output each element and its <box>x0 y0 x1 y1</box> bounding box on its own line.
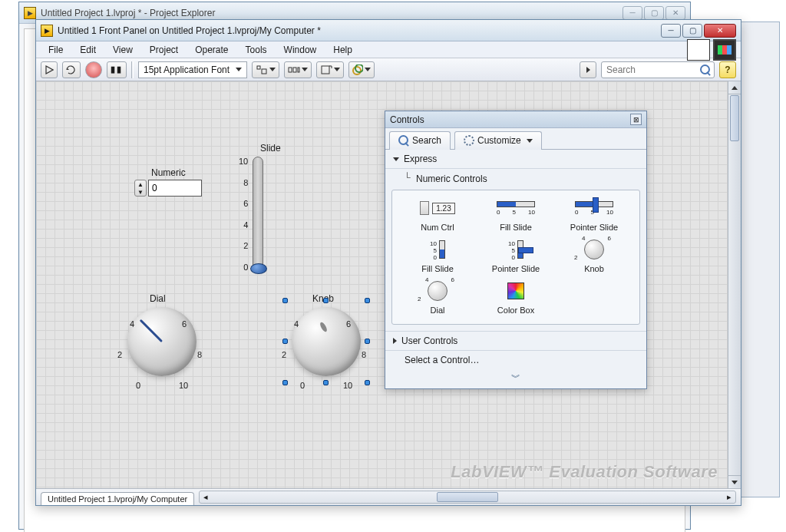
palette-item-dial[interactable]: 246 Dial <box>400 279 475 315</box>
labview-icon: ▶ <box>24 7 36 19</box>
palette-category-express[interactable]: Express <box>385 150 646 169</box>
front-panel-window: ▶ Untitled 1 Front Panel on Untitled Pro… <box>35 19 741 506</box>
search-input[interactable] <box>605 64 697 76</box>
menu-window[interactable]: Window <box>276 43 325 57</box>
project-explorer-title: Untitled Project 1.lvproj * - Project Ex… <box>41 8 623 18</box>
minimize-button[interactable]: ─ <box>661 24 681 38</box>
hscroll-thumb[interactable] <box>437 492 498 502</box>
palette-title: Controls <box>390 114 424 125</box>
svg-rect-0 <box>257 66 260 69</box>
horizontal-scrollbar[interactable]: ◂ ▸ <box>199 491 736 504</box>
expand-icon <box>393 338 397 344</box>
menu-view[interactable]: View <box>105 43 140 57</box>
palette-row-user-controls[interactable]: User Controls <box>385 331 646 350</box>
vi-icon[interactable] <box>713 39 736 61</box>
dial-control[interactable]: Dial 0 2 4 6 8 10 <box>108 293 216 376</box>
expand-icon <box>393 157 399 161</box>
vertical-scrollbar[interactable] <box>728 81 741 488</box>
dropdown-icon <box>527 139 533 143</box>
run-button[interactable] <box>41 61 58 78</box>
search-icon <box>700 64 711 75</box>
slide-track[interactable] <box>253 157 263 272</box>
numeric-label: Numeric <box>151 167 186 178</box>
slide-handle[interactable] <box>250 263 267 274</box>
resize-objects-button[interactable] <box>316 61 344 78</box>
pause-button[interactable]: ▮▮ <box>107 61 127 78</box>
palette-item-pointer-slide-v[interactable]: 1050 Pointer Slide <box>478 238 553 273</box>
palette-item-color-box[interactable]: Color Box <box>478 279 553 315</box>
palette-customize-tab[interactable]: Customize <box>454 131 542 150</box>
scroll-down-button[interactable] <box>728 475 741 488</box>
scroll-up-button[interactable] <box>728 81 741 94</box>
palette-row-select-control[interactable]: Select a Control… <box>385 350 646 369</box>
distribute-objects-button[interactable] <box>284 61 312 78</box>
menu-operate[interactable]: Operate <box>187 43 236 57</box>
menu-project[interactable]: Project <box>142 43 186 57</box>
svg-rect-2 <box>289 68 292 72</box>
close-button[interactable]: ✕ <box>665 6 685 20</box>
front-panel-canvas[interactable]: Numeric ▲▼ Slide 10 8 6 4 2 0 Dial <box>36 81 741 488</box>
palette-header[interactable]: Controls ⊠ <box>385 111 646 128</box>
font-selector-label: 15pt Application Font <box>144 64 230 75</box>
labview-icon: ▶ <box>41 25 53 37</box>
numeric-input[interactable] <box>148 180 202 197</box>
pin-icon[interactable]: ⊠ <box>630 114 642 125</box>
abort-button[interactable] <box>85 61 102 78</box>
slide-label: Slide <box>260 143 281 154</box>
status-bar: Untitled Project 1.lvproj/My Computer ◂ … <box>36 488 741 505</box>
palette-item-pointer-slide-h[interactable]: 0510 Pointer Slide <box>556 197 632 232</box>
toolbar: ▮▮ 15pt Application Font ? <box>36 58 741 81</box>
scroll-left-button[interactable]: ◂ <box>200 492 212 502</box>
font-selector[interactable]: 15pt Application Font <box>138 61 247 78</box>
search-box[interactable] <box>601 61 715 78</box>
reorder-button[interactable] <box>348 61 375 78</box>
scroll-right-button[interactable]: ▸ <box>723 492 735 502</box>
menu-help[interactable]: Help <box>325 43 360 57</box>
run-continuously-button[interactable] <box>62 61 81 78</box>
svg-rect-5 <box>322 66 329 74</box>
palette-item-fill-slide-h[interactable]: 0510 Fill Slide <box>478 197 553 232</box>
svg-rect-4 <box>298 68 299 72</box>
scroll-thumb[interactable] <box>730 95 739 141</box>
numeric-spinner[interactable]: ▲▼ <box>134 180 147 197</box>
numeric-control[interactable]: ▲▼ <box>134 180 202 197</box>
maximize-button[interactable]: ▢ <box>682 24 702 38</box>
menu-file[interactable]: File <box>41 43 71 57</box>
dropdown-icon <box>236 68 242 71</box>
palette-item-knob[interactable]: 246 Knob <box>556 238 632 273</box>
palette-item-fill-slide-v[interactable]: 1050 Fill Slide <box>400 238 475 273</box>
slide-control[interactable]: 10 8 6 4 2 0 <box>239 157 263 272</box>
dial-label: Dial <box>150 293 257 304</box>
controls-palette[interactable]: Controls ⊠ Search Customize Express Nume… <box>385 111 647 389</box>
palette-more-icon[interactable]: ︾ <box>385 369 646 388</box>
svg-rect-3 <box>293 68 296 72</box>
search-icon <box>398 135 409 146</box>
palette-search-tab[interactable]: Search <box>389 131 451 150</box>
search-scope-button[interactable] <box>580 61 596 78</box>
svg-rect-1 <box>262 69 266 74</box>
menu-tools[interactable]: Tools <box>238 43 275 57</box>
front-panel-titlebar[interactable]: ▶ Untitled 1 Front Panel on Untitled Pro… <box>36 20 741 41</box>
status-tab[interactable]: Untitled Project 1.lvproj/My Computer <box>41 492 194 505</box>
align-objects-button[interactable] <box>252 61 279 78</box>
close-button[interactable]: ✕ <box>704 24 736 38</box>
gear-icon <box>464 135 474 146</box>
front-panel-title: Untitled 1 Front Panel on Untitled Proje… <box>58 25 661 36</box>
slide-ticks: 10 8 6 4 2 0 <box>239 157 248 272</box>
background-window-hint <box>737 21 780 497</box>
menu-edit[interactable]: Edit <box>72 43 104 57</box>
minimize-button[interactable]: ─ <box>623 6 642 20</box>
palette-subheading: Numeric Controls <box>385 169 646 187</box>
maximize-button[interactable]: ▢ <box>644 6 664 20</box>
selection-handles[interactable] <box>286 301 367 382</box>
palette-items-grid: 1.23 Num Ctrl 0510 Fill Slide 0510 Point… <box>391 190 640 325</box>
palette-item-num-ctrl[interactable]: 1.23 Num Ctrl <box>400 197 475 232</box>
watermark: LabVIEW™ Evaluation Software <box>451 462 718 482</box>
knob-control[interactable]: Knob 0 2 4 6 8 10 <box>272 293 380 376</box>
menu-bar: File Edit View Project Operate Tools Win… <box>36 41 741 58</box>
context-help-button[interactable]: ? <box>719 61 736 78</box>
connector-pane-icon[interactable] <box>687 39 710 61</box>
